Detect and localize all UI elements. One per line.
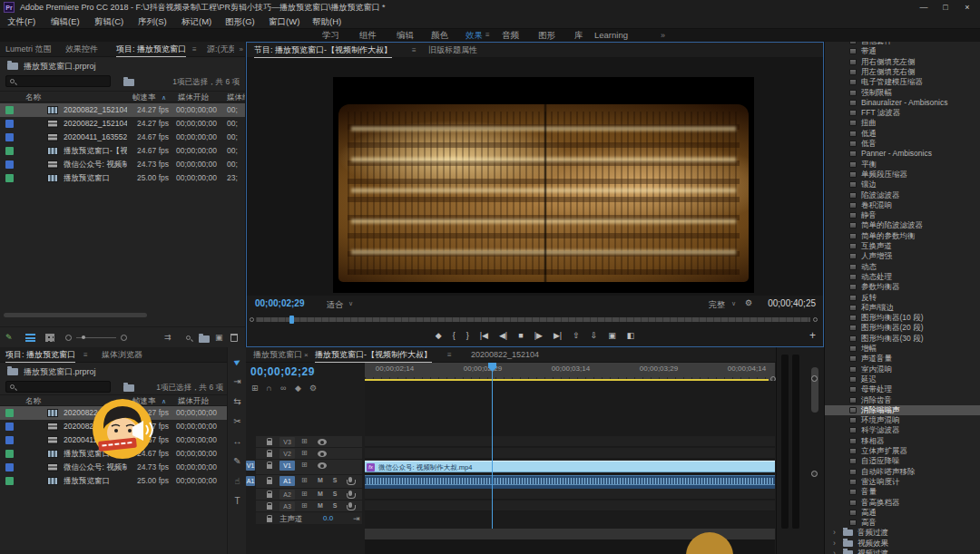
source-patch-A1[interactable]: A1 (246, 476, 255, 486)
delete-icon[interactable] (230, 334, 238, 342)
mark-in-button[interactable]: { (453, 327, 456, 344)
lift-button[interactable]: ⇧ (573, 327, 580, 344)
workspace-overflow-icon[interactable]: » (661, 29, 665, 42)
vertical-scrollbar[interactable] (811, 367, 818, 413)
track-header-V1[interactable]: V1⊞ (256, 460, 362, 475)
effect-item-38[interactable]: 科学滤波器 (825, 425, 980, 435)
icon-view-icon[interactable] (45, 334, 54, 342)
effect-item-46[interactable]: 高通 (825, 508, 980, 518)
extract-button[interactable]: ⇩ (591, 327, 598, 344)
effect-item-39[interactable]: 移相器 (825, 436, 980, 446)
clip-row-1[interactable]: 20200822_152104.mp424.27 fps00;00;00;000… (0, 117, 245, 131)
lock-icon[interactable] (267, 452, 272, 457)
sync-lock-icon[interactable]: ⊞ (301, 437, 308, 445)
search-input[interactable] (21, 382, 108, 392)
tab-effect-controls[interactable]: 效果控件 (65, 42, 98, 57)
zoom-out-icon[interactable] (65, 335, 72, 341)
playback-quality-select[interactable]: 完整 (709, 299, 725, 311)
workspace-tab-8[interactable]: Learning (594, 29, 628, 42)
clip-row-2[interactable]: 20200411_163552.mp424.67 fps00;00;00;000… (0, 131, 245, 144)
sync-lock-icon[interactable]: ⊞ (301, 501, 308, 510)
new-item-icon[interactable]: ▣ (215, 332, 223, 343)
panel-menu-icon[interactable]: ≡ (192, 42, 197, 57)
chevron-right-icon[interactable]: › (833, 549, 836, 554)
mute-button[interactable]: M (316, 491, 325, 497)
monitor-scrubber[interactable] (247, 314, 823, 326)
chevron-right-icon[interactable]: › (833, 539, 836, 549)
project-writable-icon[interactable]: ✎ (5, 332, 13, 343)
workspace-menu-icon[interactable]: ≡ (485, 29, 490, 42)
effect-item-31[interactable]: 声道音量 (825, 354, 980, 364)
slip-tool[interactable]: ↔ (228, 436, 246, 446)
menu-item-7[interactable]: 帮助(H) (312, 15, 341, 29)
workspace-tab-0[interactable]: 学习 (322, 29, 339, 42)
effect-item-18[interactable]: 简单的陷波滤波器 (825, 220, 980, 230)
effect-item-36[interactable]: 消除嗡嗡声 (825, 405, 980, 415)
scrub-end-handle[interactable] (813, 317, 818, 322)
effect-item-2[interactable]: 用右侧填充左侧 (825, 57, 980, 67)
effect-item-32[interactable]: 室内混响 (825, 364, 980, 374)
effect-item-23[interactable]: 动态处理 (825, 272, 980, 282)
add-marker-icon[interactable]: ◆ (295, 384, 301, 393)
panel-menu-icon[interactable]: ≡ (447, 347, 452, 363)
tab-project[interactable]: 项目: 播放预览窗口 (116, 42, 186, 57)
project-file-name[interactable]: 播放预览窗口.prproj (24, 365, 96, 378)
tab-sequence-2-active[interactable]: 播放预览窗口-【视频制作大叔】 (315, 347, 432, 363)
effect-item-42[interactable]: 自动咔嗒声移除 (825, 467, 980, 477)
effect-item-43[interactable]: 雷达响度计 (825, 477, 980, 487)
zoom-in-icon[interactable] (121, 335, 127, 341)
effect-item-1[interactable]: 带通 (825, 46, 980, 56)
chevron-right-icon[interactable]: › (833, 528, 836, 538)
label-chip[interactable] (5, 120, 14, 128)
effect-item-27[interactable]: 图形均衡器(10 段) (825, 313, 980, 323)
pen-tool[interactable]: ✎ (228, 456, 246, 466)
tab-legacy-title[interactable]: 旧版标题属性 (428, 43, 477, 58)
tab-sequence-1[interactable]: 播放预览窗口 (253, 347, 302, 363)
linked-selection-icon[interactable]: ∞ (280, 384, 286, 393)
effect-item-19[interactable]: 简单的参数均衡 (825, 231, 980, 241)
go-to-out-button[interactable]: ▶| (554, 327, 562, 344)
effect-item-21[interactable]: 人声增强 (825, 251, 980, 261)
solo-button[interactable]: S (330, 502, 339, 509)
find-icon[interactable] (186, 335, 191, 340)
tab-sequence-3[interactable]: 20200822_152104 (471, 347, 539, 363)
zoom-slider-thumb[interactable] (82, 335, 85, 339)
clip-row-5[interactable]: 播放预览窗口25.00 fps00;00;00;0023; (0, 171, 245, 185)
add-marker-button[interactable]: ◆ (436, 327, 442, 344)
effect-item-9[interactable]: 低通 (825, 129, 980, 139)
project-file-name[interactable]: 播放预览窗口.prproj (24, 60, 96, 73)
step-forward-button[interactable]: |▶ (534, 327, 543, 344)
scrub-playhead[interactable] (289, 316, 294, 324)
video-clip[interactable]: fx 微信公众号: 视频制作大叔.mp4 (365, 461, 775, 472)
tab-lumetri-scopes[interactable]: Lumetri 范围 (5, 42, 52, 57)
workspace-tab-6[interactable]: 图形 (538, 29, 555, 42)
clip-row-4[interactable]: 微信公众号: 视频制作24.73 fps00;00;00;0000; (0, 158, 245, 171)
effect-item-28[interactable]: 图形均衡器(20 段) (825, 323, 980, 333)
label-chip[interactable] (5, 174, 14, 182)
effect-item-24[interactable]: 参数均衡器 (825, 282, 980, 292)
list-header[interactable]: 名称 帧速率 ∧ 媒体开始 媒体结束 (0, 91, 245, 102)
hand-tool[interactable]: ☝ (228, 476, 246, 486)
label-chip[interactable] (5, 423, 14, 431)
selection-tool[interactable]: ► (227, 352, 246, 370)
playhead-line[interactable] (492, 363, 493, 529)
effect-item-33[interactable]: 延迟 (825, 374, 980, 384)
scroll-handle-top-icon[interactable] (811, 375, 818, 382)
effect-item-4[interactable]: 电子管建模压缩器 (825, 77, 980, 87)
sync-lock-icon[interactable]: ⊞ (301, 476, 308, 484)
sync-lock-icon[interactable]: ⊞ (301, 461, 308, 469)
step-back-button[interactable]: ◀| (499, 327, 507, 344)
track-output-eye-icon[interactable] (318, 439, 327, 445)
effect-item-25[interactable]: 反转 (825, 293, 980, 303)
menu-item-5[interactable]: 图形(G) (225, 15, 255, 29)
label-chip[interactable] (5, 463, 14, 471)
tab-program[interactable]: 节目: 播放预览窗口-【视频制作大叔】 (254, 43, 392, 58)
effect-item-20[interactable]: 互换声道 (825, 241, 980, 251)
effect-item-11[interactable]: Panner - Ambisonics (825, 149, 980, 159)
menu-item-4[interactable]: 标记(M) (181, 15, 211, 29)
workspace-tab-4[interactable]: 效果 (466, 29, 483, 42)
source-patch-V1[interactable]: V1 (246, 461, 255, 471)
razor-tool[interactable]: ✂ (228, 416, 246, 426)
effect-item-15[interactable]: 陷波滤波器 (825, 190, 980, 200)
solo-button[interactable]: S (330, 477, 339, 483)
